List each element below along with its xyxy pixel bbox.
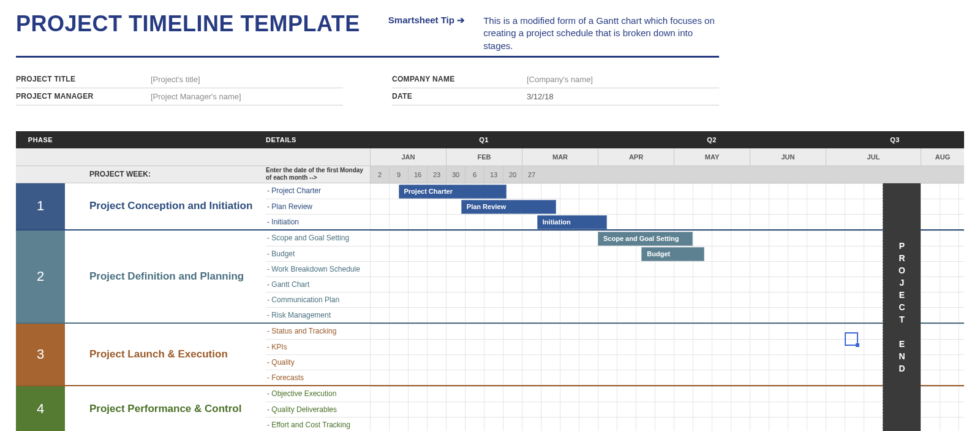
col-q2: Q2 <box>598 131 826 148</box>
gantt-area[interactable]: Scope and Goal SettingBudget <box>370 231 964 322</box>
gantt-week-row: PROJECT WEEK: Enter the date of the firs… <box>16 166 964 183</box>
phase-detail[interactable]: - Budget <box>266 246 370 261</box>
gantt-row[interactable]: Budget <box>370 246 964 261</box>
gantt-chart: PHASE DETAILS Q1 Q2 Q3 JAN FEB MAR APR M… <box>16 131 964 431</box>
phase-number: 4 <box>16 386 65 431</box>
gantt-month-row: JAN FEB MAR APR MAY JUN JUL AUG <box>16 148 964 166</box>
col-phase: PHASE <box>16 131 65 148</box>
project-end-column: PROJECT END <box>883 183 921 431</box>
gantt-row[interactable] <box>370 339 964 354</box>
gantt-row[interactable] <box>370 261 964 277</box>
gantt-header-row: PHASE DETAILS Q1 Q2 Q3 <box>16 131 964 148</box>
gantt-row[interactable] <box>370 307 964 322</box>
week-day-cell[interactable]: 23 <box>427 166 446 183</box>
phase-title: Project Launch & Execution <box>65 324 266 385</box>
col-q3: Q3 <box>826 131 964 148</box>
week-day-cell[interactable]: 2 <box>370 166 389 183</box>
week-day-cell[interactable]: 27 <box>522 166 541 183</box>
gantt-row[interactable] <box>370 292 964 307</box>
phase-detail[interactable]: - Work Breakdown Schedule <box>266 261 370 277</box>
col-details: DETAILS <box>266 131 370 148</box>
phase-detail[interactable]: - Initiation <box>266 214 370 229</box>
gantt-bar[interactable]: Budget <box>641 247 704 261</box>
week-day-cell[interactable]: 13 <box>484 166 503 183</box>
header: PROJECT TIMELINE TEMPLATE Smartsheet Tip… <box>16 11 719 58</box>
meta-row-project-manager[interactable]: PROJECT MANAGER [Project Manager's name] <box>16 88 343 105</box>
gantt-bar[interactable]: Project Charter <box>399 185 507 199</box>
phase-number: 3 <box>16 324 65 385</box>
gantt-row[interactable]: Project Charter <box>370 183 964 199</box>
phase-detail[interactable]: - Communication Plan <box>266 292 370 307</box>
gantt-row[interactable]: Initiation <box>370 214 964 229</box>
page-title: PROJECT TIMELINE TEMPLATE <box>16 11 360 37</box>
phase-detail[interactable]: - Objective Execution <box>266 386 370 402</box>
project-week-label: PROJECT WEEK: <box>65 166 266 183</box>
phase-detail[interactable]: - Plan Review <box>266 199 370 214</box>
phase-number: 1 <box>16 183 65 229</box>
phase-block-1: 1Project Conception and Initiation- Proj… <box>16 183 964 231</box>
phase-title: Project Conception and Initiation <box>65 183 266 229</box>
meta-row-date[interactable]: DATE 3/12/18 <box>392 88 719 105</box>
gantt-row[interactable] <box>370 402 964 417</box>
gantt-area[interactable] <box>370 386 964 431</box>
gantt-bar[interactable]: Scope and Goal Setting <box>598 232 693 246</box>
phase-title: Project Definition and Planning <box>65 231 266 322</box>
week-day-cell[interactable]: 9 <box>389 166 408 183</box>
week-day-cell[interactable]: 20 <box>503 166 522 183</box>
phase-detail[interactable]: - Status and Tracking <box>266 324 370 339</box>
smartsheet-tip-label[interactable]: Smartsheet Tip ➔ <box>388 15 465 26</box>
meta-row-company-name[interactable]: COMPANY NAME [Company's name] <box>392 71 719 88</box>
meta-section: PROJECT TITLE [Project's title] PROJECT … <box>16 71 719 105</box>
gantt-bar[interactable]: Plan Review <box>461 200 556 214</box>
week-day-cell[interactable]: 6 <box>465 166 484 183</box>
gantt-row[interactable] <box>370 386 964 402</box>
col-q1: Q1 <box>370 131 598 148</box>
gantt-row[interactable]: Plan Review <box>370 199 964 214</box>
gantt-area[interactable] <box>370 324 964 385</box>
phase-block-4: 4Project Performance & Control- Objectiv… <box>16 386 964 431</box>
gantt-row[interactable] <box>370 324 964 339</box>
phase-detail[interactable]: - Quality Deliverables <box>266 402 370 417</box>
phase-detail[interactable]: - Forecasts <box>266 370 370 385</box>
phase-number: 2 <box>16 231 65 322</box>
phase-block-3: 3Project Launch & Execution- Status and … <box>16 324 964 386</box>
gantt-area[interactable]: Project CharterPlan ReviewInitiation <box>370 183 964 229</box>
phase-title: Project Performance & Control <box>65 386 266 431</box>
gantt-row[interactable] <box>370 277 964 292</box>
phase-block-2: 2Project Definition and Planning- Scope … <box>16 231 964 324</box>
cell-selection[interactable] <box>845 332 858 346</box>
gantt-row[interactable] <box>370 354 964 370</box>
week-day-cell[interactable]: 16 <box>408 166 427 183</box>
phase-detail[interactable]: - KPIs <box>266 339 370 354</box>
phase-detail[interactable]: - Project Charter <box>266 183 370 199</box>
meta-row-project-title[interactable]: PROJECT TITLE [Project's title] <box>16 71 343 88</box>
phase-detail[interactable]: - Quality <box>266 354 370 370</box>
gantt-row[interactable] <box>370 370 964 385</box>
phase-detail[interactable]: - Scope and Goal Setting <box>266 231 370 246</box>
smartsheet-tip-text: This is a modified form of a Gantt chart… <box>483 15 719 52</box>
gantt-row[interactable] <box>370 417 964 431</box>
project-week-hint: Enter the date of the first Monday of ea… <box>266 166 370 183</box>
week-day-cell[interactable]: 30 <box>446 166 465 183</box>
gantt-row[interactable]: Scope and Goal Setting <box>370 231 964 246</box>
phase-detail[interactable]: - Risk Management <box>266 307 370 322</box>
gantt-bar[interactable]: Initiation <box>537 215 608 229</box>
phase-detail[interactable]: - Effort and Cost Tracking <box>266 417 370 431</box>
phase-detail[interactable]: - Gantt Chart <box>266 277 370 292</box>
